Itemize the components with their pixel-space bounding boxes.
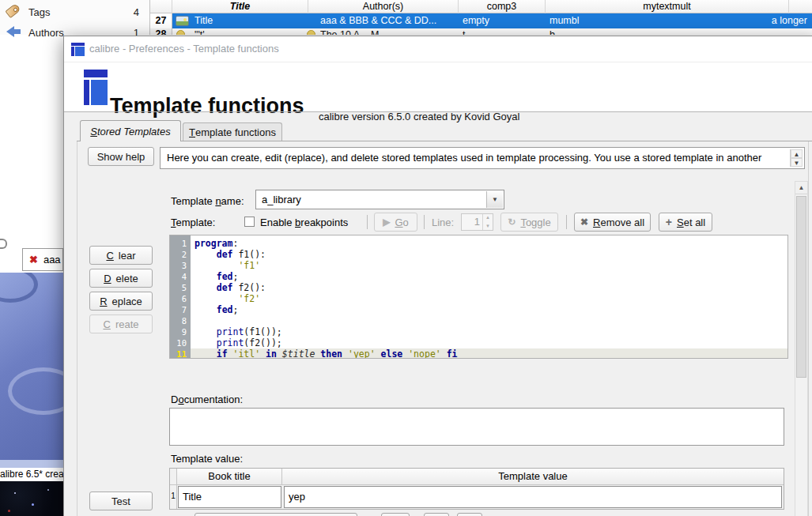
show-help-button[interactable]: Show help — [88, 147, 154, 166]
help-scroll-buttons[interactable]: ▲ ▼ — [790, 149, 803, 167]
chevron-down-icon[interactable]: ▼ — [486, 191, 503, 208]
code-line[interactable]: 1program: — [170, 238, 787, 249]
clipped-button[interactable] — [424, 513, 449, 516]
help-text: Here you can create, edit (replace), and… — [167, 152, 787, 164]
plus-icon: + — [666, 216, 672, 228]
spin-up-icon[interactable]: ▲ — [483, 214, 493, 221]
column-header-book-title[interactable]: Book title — [177, 469, 282, 485]
code-line[interactable]: 7 fed; — [170, 304, 787, 315]
test-button[interactable]: Test — [89, 492, 153, 510]
column-header-mytextmult[interactable]: mytextmult — [546, 0, 789, 13]
arrow-left-icon — [6, 26, 22, 37]
scroll-up-icon[interactable]: ▲ — [791, 149, 803, 158]
line-spinner[interactable]: 1 ▲▼ — [461, 213, 493, 231]
column-header-title[interactable]: Title — [172, 0, 308, 13]
sidebar-item-count: 4 — [134, 6, 139, 18]
documentation-textarea[interactable] — [169, 408, 784, 446]
panel-edge — [0, 460, 63, 468]
code-text: print(f2()); — [191, 337, 787, 348]
column-header-authors[interactable]: Author(s) — [308, 0, 459, 13]
enable-breakpoints-label: Enable breakpoints — [260, 217, 348, 228]
code-text — [191, 315, 787, 326]
column-header-template-value[interactable]: Template value — [282, 469, 784, 485]
spin-down-icon[interactable]: ▼ — [483, 223, 493, 230]
template-value-label: Template value: — [171, 453, 243, 465]
line-number: 6 — [170, 293, 191, 304]
template-code-editor[interactable]: 1program:2 def f1():3 'f1'4 fed;5 def f2… — [169, 235, 788, 359]
scrollbar-thumb[interactable] — [796, 196, 806, 378]
remove-all-button[interactable]: ✖Remove all — [574, 213, 651, 232]
book-cover-icon — [176, 16, 189, 26]
dialog-titlebar[interactable]: calibre - Preferences - Template functio… — [64, 36, 812, 62]
column-header-comp3[interactable]: comp3 — [459, 0, 546, 13]
template-value-table: Book title Template value 1 Title yep — [169, 468, 784, 510]
remove-icon: ✖ — [580, 217, 588, 228]
pane-border-left — [77, 141, 77, 516]
code-editor-lines: 1program:2 def f1():3 'f1'4 fed;5 def f2… — [170, 238, 787, 359]
code-text: program: — [191, 238, 787, 249]
tab-template-functions[interactable]: Template functions — [183, 122, 282, 141]
replace-button[interactable]: Replace — [89, 292, 153, 311]
search-input[interactable]: aaa — [43, 254, 61, 266]
pane-border-right — [808, 141, 809, 516]
line-number: 3 — [170, 260, 191, 271]
code-line[interactable]: 4 fed; — [170, 271, 787, 282]
tab-stored-templates[interactable]: Stored Templates — [80, 120, 181, 141]
toggle-breakpoint-icon: ↻ — [508, 217, 516, 228]
code-line[interactable]: 8 — [170, 315, 787, 326]
code-text: fed; — [191, 304, 787, 315]
code-text: if 'itl' in $title then 'yep' else 'nope… — [191, 348, 787, 359]
scroll-up-icon[interactable]: ▲ — [795, 182, 807, 194]
line-number: 10 — [170, 337, 191, 348]
create-button[interactable]: Create — [89, 314, 153, 333]
sidebar-item-tags[interactable]: Tags 4 — [0, 2, 150, 22]
code-line[interactable]: 11 if 'itl' in $title then 'yep' else 'n… — [170, 348, 787, 359]
cell-authors: aaa & BBB & CCC & DD... — [320, 13, 456, 28]
content-scrollbar[interactable]: ▲ — [795, 181, 808, 516]
code-line[interactable]: 2 def f1(): — [170, 249, 787, 260]
line-number: 11 — [170, 348, 191, 359]
code-line[interactable]: 3 'f1' — [170, 260, 787, 271]
column-header-rownum[interactable] — [150, 0, 172, 13]
code-text: def f2(): — [191, 282, 787, 293]
help-text-box: Here you can create, edit (replace), and… — [160, 147, 805, 169]
clipped-spinner[interactable] — [381, 513, 410, 516]
line-number: 7 — [170, 304, 191, 315]
row-number: 28 — [150, 28, 172, 35]
cell-mytextmult: mumbl — [550, 13, 668, 28]
code-line[interactable]: 6 'f2' — [170, 293, 787, 304]
line-number: 9 — [170, 326, 191, 337]
spinner-arrows[interactable]: ▲▼ — [482, 214, 493, 230]
cell-book-title[interactable]: Title — [178, 486, 281, 508]
code-line[interactable]: 10 print(f2()); — [170, 337, 787, 348]
code-line[interactable]: 5 def f2(): — [170, 282, 787, 293]
search-filter-box[interactable]: ✖ aaa — [22, 248, 63, 271]
clear-button[interactable]: Clear — [89, 246, 153, 265]
clipped-button[interactable] — [457, 513, 482, 516]
set-all-button[interactable]: +Set all — [659, 213, 712, 232]
sidebar-item-label: Authors — [28, 27, 64, 39]
toggle-button[interactable]: ↻Toggle — [500, 213, 558, 232]
row-number: 1 — [170, 485, 177, 509]
template-name-combobox[interactable]: a_library ▼ — [255, 190, 504, 209]
clear-search-icon[interactable]: ✖ — [29, 254, 38, 266]
go-button[interactable]: ▶Go — [374, 213, 417, 232]
column-header-extra[interactable] — [789, 0, 812, 13]
code-text: fed; — [191, 271, 787, 282]
delete-button[interactable]: Delete — [89, 269, 153, 288]
table-row[interactable]: 28 "'t'... The 10 A... M... t... b... — [150, 28, 812, 35]
code-line[interactable]: 9 print(f1()); — [170, 326, 787, 337]
clipped-toolbar-icon — [0, 239, 7, 249]
scroll-down-icon[interactable]: ▼ — [791, 158, 803, 167]
status-text: alibre 6.5* crea — [0, 468, 63, 481]
screen: Tags 4 Authors 1 Title Author(s) comp3 m… — [0, 0, 812, 516]
cell-comp3: empty — [463, 13, 542, 28]
clipped-combobox[interactable] — [195, 513, 357, 516]
line-label: Line: — [432, 217, 454, 228]
table-row[interactable]: 27 Title aaa & BBB & CCC & DD... empty m… — [150, 13, 812, 28]
line-number: 2 — [170, 249, 191, 260]
cell-template-value[interactable]: yep — [284, 486, 782, 508]
line-number: 4 — [170, 271, 191, 282]
line-number: 5 — [170, 282, 191, 293]
enable-breakpoints-checkbox[interactable] — [244, 217, 255, 227]
